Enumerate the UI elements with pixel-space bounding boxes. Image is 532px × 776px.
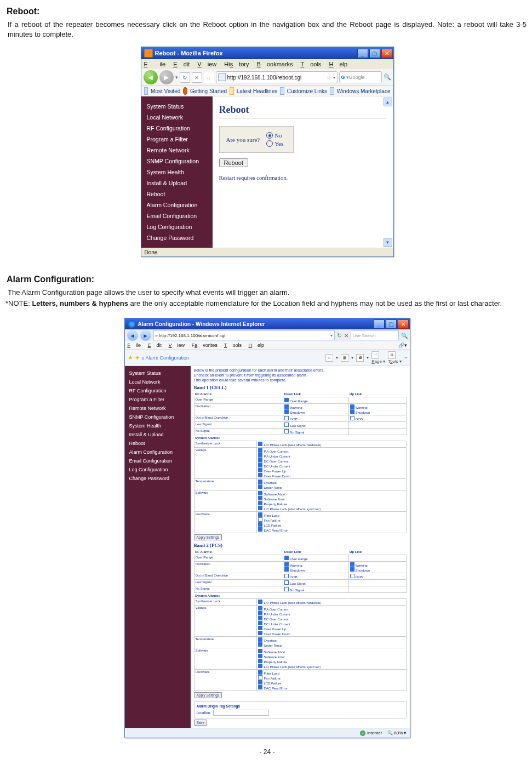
- checkbox[interactable]: [350, 574, 354, 578]
- home-button[interactable]: ⌂: [204, 72, 214, 83]
- checkbox[interactable]: [258, 611, 262, 615]
- checkbox[interactable]: [258, 626, 262, 630]
- checkbox[interactable]: [258, 448, 262, 453]
- maximize-button[interactable]: ▢: [386, 319, 397, 329]
- menu-tools[interactable]: Tools: [224, 343, 242, 348]
- search-box[interactable]: G▾ Google: [339, 71, 382, 83]
- sidebar-item[interactable]: Install & Upload: [141, 178, 213, 189]
- stop-icon[interactable]: ✕: [344, 333, 348, 339]
- save-button[interactable]: Save: [194, 720, 208, 726]
- checkbox[interactable]: [258, 484, 262, 489]
- menu-help[interactable]: Help: [329, 61, 347, 67]
- page-menu[interactable]: 📄Page ▾: [371, 351, 385, 364]
- menu-favorites[interactable]: Favorites: [192, 343, 218, 348]
- sidebar-item[interactable]: Email Configuration: [141, 210, 213, 221]
- sidebar-item[interactable]: System Health: [141, 167, 213, 178]
- sidebar-item[interactable]: Program a Filter: [141, 134, 213, 145]
- close-button[interactable]: ✕: [398, 319, 409, 329]
- checkbox[interactable]: [258, 642, 262, 647]
- checkbox[interactable]: [258, 463, 262, 467]
- checkbox[interactable]: [258, 637, 262, 642]
- checkbox[interactable]: [284, 404, 289, 409]
- menu-file[interactable]: File: [144, 61, 166, 67]
- sidebar-item[interactable]: System Status: [125, 369, 191, 378]
- bm-customize[interactable]: Customize Links: [287, 88, 327, 94]
- sidebar-item[interactable]: SNMP Configuration: [125, 413, 191, 421]
- checkbox[interactable]: [284, 556, 289, 560]
- checkbox[interactable]: [258, 517, 262, 522]
- checkbox[interactable]: [350, 562, 354, 567]
- sidebar-item[interactable]: Remote Network: [141, 145, 213, 156]
- sidebar-item[interactable]: Program a Filter: [125, 395, 191, 404]
- checkbox[interactable]: [258, 685, 262, 689]
- bm-most-visited[interactable]: Most Visited: [151, 88, 180, 94]
- apply-button[interactable]: Apply Settings: [194, 692, 222, 698]
- sidebar-item[interactable]: RF Configuration: [125, 386, 191, 395]
- checkbox[interactable]: [258, 442, 262, 446]
- checkbox[interactable]: [258, 496, 262, 500]
- bm-getting-started[interactable]: Getting Started: [190, 88, 227, 94]
- checkbox[interactable]: [284, 416, 289, 420]
- sidebar-item[interactable]: Local Network: [141, 112, 213, 123]
- home-icon[interactable]: ⌂: [325, 354, 333, 362]
- radio-no[interactable]: [266, 132, 273, 139]
- checkbox[interactable]: [258, 621, 262, 625]
- sidebar-item[interactable]: Alarm Configuration: [125, 448, 191, 457]
- sidebar-item[interactable]: Log Configuration: [125, 465, 191, 474]
- tools-menu[interactable]: ⚙Tools ▾: [388, 351, 402, 364]
- checkbox[interactable]: [258, 606, 262, 610]
- menu-file[interactable]: File: [128, 343, 141, 348]
- back-button[interactable]: ◄: [144, 70, 158, 84]
- sidebar-item[interactable]: SNMP Configuration: [141, 156, 213, 167]
- checkbox[interactable]: [258, 501, 262, 505]
- zoom-level[interactable]: 🔍 60% ▾: [387, 731, 406, 735]
- links-icon[interactable]: 🔗▾: [398, 343, 407, 348]
- checkbox[interactable]: [284, 567, 289, 572]
- checkbox[interactable]: [258, 453, 262, 458]
- url-bar[interactable]: ehttp://192.168.1.100/alarmconf.cgi▾: [153, 330, 335, 340]
- checkbox[interactable]: [258, 659, 262, 663]
- search-icon[interactable]: 🔍: [401, 333, 408, 339]
- checkbox[interactable]: [258, 522, 262, 527]
- feed-icon[interactable]: ▦: [341, 354, 348, 362]
- checkbox[interactable]: [258, 670, 262, 675]
- checkbox[interactable]: [258, 664, 262, 668]
- menu-view[interactable]: View: [197, 61, 216, 67]
- sidebar-item[interactable]: Alarm Configuration: [141, 199, 213, 210]
- refresh-icon[interactable]: ↻: [337, 332, 342, 339]
- checkbox[interactable]: [284, 580, 289, 585]
- checkbox[interactable]: [350, 416, 354, 420]
- checkbox[interactable]: [284, 587, 289, 591]
- checkbox[interactable]: [258, 506, 262, 510]
- checkbox[interactable]: [284, 562, 289, 567]
- sidebar-item[interactable]: Remote Network: [125, 404, 191, 413]
- forward-button[interactable]: ►: [140, 330, 151, 341]
- minimize-button[interactable]: _: [357, 49, 368, 58]
- menu-edit[interactable]: Edit: [148, 343, 162, 348]
- menu-history[interactable]: History: [224, 61, 249, 67]
- checkbox[interactable]: [258, 473, 262, 477]
- checkbox[interactable]: [258, 512, 262, 517]
- bookmark-star-icon[interactable]: ☆: [327, 75, 331, 81]
- scroll-up-icon[interactable]: ▴: [384, 98, 392, 106]
- menu-view[interactable]: View: [169, 343, 185, 348]
- scroll-down-icon[interactable]: ▾: [384, 238, 392, 247]
- maximize-button[interactable]: ▢: [369, 49, 380, 58]
- checkbox[interactable]: [284, 423, 289, 427]
- bm-latest[interactable]: Latest Headlines: [237, 88, 278, 94]
- radio-yes[interactable]: [266, 140, 273, 147]
- add-favorite-icon[interactable]: ✚: [135, 355, 140, 361]
- sidebar-item[interactable]: Change Password: [141, 232, 213, 243]
- favorites-star-icon[interactable]: ★: [128, 354, 133, 361]
- checkbox[interactable]: [350, 404, 354, 409]
- stop-button[interactable]: ✕: [192, 72, 202, 83]
- sidebar-item[interactable]: Install & Upload: [125, 430, 191, 439]
- sidebar-item[interactable]: RF Configuration: [141, 123, 213, 134]
- checkbox[interactable]: [258, 600, 262, 604]
- menu-help[interactable]: Help: [249, 343, 265, 348]
- back-button[interactable]: ◄: [127, 330, 138, 341]
- sidebar-item[interactable]: Email Configuration: [125, 457, 191, 465]
- checkbox[interactable]: [258, 616, 262, 620]
- minimize-button[interactable]: _: [374, 319, 385, 329]
- checkbox[interactable]: [258, 649, 262, 653]
